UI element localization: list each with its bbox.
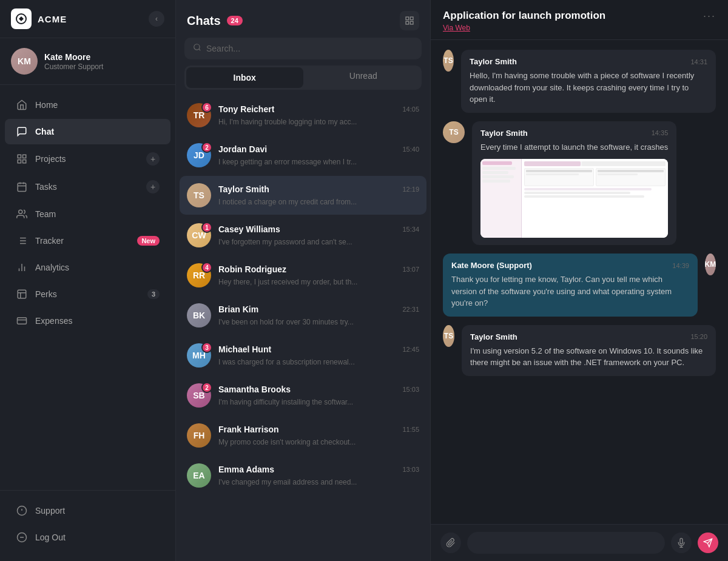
chat-content: Taylor Smith 12:19 I noticed a charge on… (218, 184, 419, 207)
svg-point-9 (19, 210, 22, 213)
sidebar-item-label: Chat (35, 127, 54, 136)
chat-avatar-wrap: RR 4 (187, 263, 211, 287)
chat-sender-name: Frank Harrison (218, 425, 279, 434)
chat-list-item[interactable]: BK Brian Kim 22:31 I've been on hold for… (180, 296, 426, 335)
message-text: Thank you for letting me know, Taylor. C… (451, 274, 689, 309)
user-info: Kate Moore Customer Support (44, 52, 103, 71)
chat-avatar-wrap: TR 6 (187, 103, 211, 127)
tasks-add-button[interactable]: + (146, 180, 160, 193)
chat-input-box[interactable] (467, 532, 665, 554)
user-role: Customer Support (44, 62, 103, 71)
chat-list-item[interactable]: CW 1 Casey Williams 15:34 I've forgotten… (180, 216, 426, 255)
message-text: I'm using version 5.2 of the software on… (470, 345, 707, 369)
sidebar-item-perks[interactable]: Perks 3 (5, 281, 170, 307)
brand-logo (11, 8, 32, 29)
message-sender: Taylor Smith (470, 332, 517, 341)
chat-list-item[interactable]: EA Emma Adams 13:03 I've changed my emai… (180, 456, 426, 495)
sidebar-collapse-button[interactable]: ‹ (149, 11, 164, 27)
chat-content: Robin Rodriguez 13:07 Hey there, I just … (218, 264, 419, 287)
chat-input-bar (431, 524, 728, 561)
tasks-icon (16, 181, 28, 193)
sidebar-item-label: Perks (35, 289, 57, 299)
sidebar-item-projects[interactable]: Projects + (5, 146, 170, 172)
chat-window-subtitle[interactable]: Via Web (443, 24, 605, 32)
chat-list-item-active[interactable]: TS Taylor Smith 12:19 I noticed a charge… (180, 176, 426, 215)
avatar: EA (187, 463, 211, 488)
avatar: KM (11, 48, 38, 75)
message-text: Every time I attempt to launch the softw… (480, 141, 668, 153)
team-icon (16, 208, 28, 220)
chat-window: Application for launch promotion Via Web… (431, 0, 728, 561)
sidebar-item-tasks[interactable]: Tasks + (5, 173, 170, 200)
message-bubble: Taylor Smith 15:20 I'm using version 5.2… (462, 325, 716, 376)
analytics-icon (16, 261, 28, 274)
svg-rect-19 (18, 290, 26, 298)
projects-add-button[interactable]: + (146, 152, 160, 166)
chat-list-header: Chats 24 (176, 0, 430, 38)
chat-avatar-wrap: MH 3 (187, 343, 211, 368)
chat-header-menu-button[interactable] (400, 11, 419, 30)
sidebar-item-support[interactable]: Support (5, 498, 170, 523)
tracker-icon (16, 235, 28, 247)
chat-list-item[interactable]: TR 6 Tony Reichert 14:05 Hi, I'm having … (180, 96, 426, 135)
sidebar: ACME ‹ KM Kate Moore Customer Support Ho… (0, 0, 176, 561)
chat-avatar-wrap: SB 2 (187, 383, 211, 408)
sidebar-item-tracker[interactable]: Tracker New (5, 228, 170, 254)
tab-inbox[interactable]: Inbox (186, 67, 303, 88)
tab-unread[interactable]: Unread (305, 66, 422, 90)
message-row: TS Taylor Smith 14:31 Hello, I'm having … (443, 50, 716, 113)
search-bar[interactable] (184, 38, 422, 59)
chat-time: 12:19 (402, 186, 419, 193)
search-icon (193, 43, 201, 54)
chat-content: Samantha Brooks 15:03 I'm having difficu… (218, 385, 419, 407)
send-button[interactable] (698, 532, 718, 553)
chat-time: 15:03 (402, 386, 419, 393)
home-icon (16, 99, 28, 111)
sidebar-item-chat[interactable]: Chat (5, 119, 170, 144)
chat-content: Tony Reichert 14:05 Hi, I'm having troub… (218, 104, 419, 127)
chat-sender-name: Taylor Smith (218, 184, 269, 194)
message-row-self: KM Kate Moore (Support) 14:39 Thank you … (443, 254, 716, 317)
chat-list-item[interactable]: JD 2 Jordan Davi 15:40 I keep getting an… (180, 136, 426, 175)
chat-list-item[interactable]: FH Frank Harrison 11:55 My promo code is… (180, 416, 426, 455)
message-time: 14:35 (652, 129, 669, 136)
message-time: 14:31 (690, 58, 707, 66)
sidebar-item-team[interactable]: Team (5, 201, 170, 227)
message-time: 14:39 (672, 262, 689, 269)
sidebar-item-expenses[interactable]: Expenses (5, 308, 170, 334)
chat-list-item[interactable]: MH 3 Michael Hunt 12:45 I was charged fo… (180, 336, 426, 375)
search-input[interactable] (206, 44, 413, 53)
brand-name: ACME (38, 14, 67, 24)
chat-preview: I've changed my email address and need..… (218, 478, 357, 486)
svg-rect-1 (18, 155, 21, 158)
svg-rect-3 (23, 160, 26, 163)
attachment-button[interactable] (440, 532, 461, 553)
chat-window-actions-button[interactable]: ··· (703, 10, 716, 22)
chat-avatar-wrap: TS (187, 183, 211, 207)
message-sender: Taylor Smith (480, 129, 528, 138)
chat-avatar-wrap: BK (187, 303, 211, 328)
unread-count-badge: 6 (201, 102, 212, 113)
svg-rect-30 (406, 21, 409, 24)
chat-sender-name: Tony Reichert (218, 104, 274, 114)
chat-list-item[interactable]: SB 2 Samantha Brooks 15:03 I'm having di… (180, 376, 426, 415)
chat-sender-name: Robin Rodriguez (218, 264, 286, 274)
sidebar-item-logout[interactable]: Log Out (5, 525, 170, 550)
chat-preview: I was charged for a subscription renewal… (218, 358, 355, 366)
chat-window-title: Application for launch promotion (443, 10, 605, 22)
message-input[interactable] (477, 538, 655, 548)
message-row: TS Taylor Smith 15:20 I'm using version … (443, 325, 716, 376)
voice-button[interactable] (671, 532, 692, 553)
message-bubble-self: Kate Moore (Support) 14:39 Thank you for… (443, 254, 698, 317)
message-time: 15:20 (690, 333, 707, 340)
unread-count-badge: 2 (201, 142, 212, 153)
chats-title: Chats (187, 14, 221, 28)
sidebar-item-label: Projects (35, 154, 66, 164)
chat-time: 14:05 (402, 106, 419, 113)
sidebar-item-home[interactable]: Home (5, 92, 170, 118)
chat-list: TR 6 Tony Reichert 14:05 Hi, I'm having … (176, 96, 430, 561)
sidebar-item-analytics[interactable]: Analytics (5, 255, 170, 280)
chat-list-item[interactable]: RR 4 Robin Rodriguez 13:07 Hey there, I … (180, 256, 426, 295)
unread-count-badge: 3 (201, 342, 212, 353)
unread-count-badge: 4 (201, 262, 212, 273)
